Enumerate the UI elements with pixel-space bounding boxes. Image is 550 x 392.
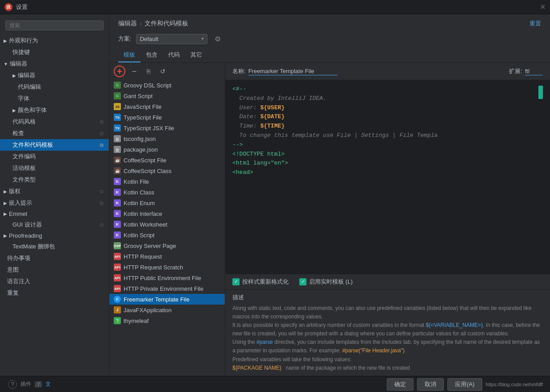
code-line: Date: ${DATE} [232, 112, 534, 122]
list-item[interactable]: JS JavaScript File [109, 101, 225, 112]
reset-template-button[interactable]: ↺ [157, 66, 168, 77]
code-line: <head> [232, 168, 534, 177]
scheme-select-wrapper: Default [136, 34, 207, 44]
code-editor[interactable]: <#-- Created by IntelliJ IDEA. User: ${U… [225, 80, 550, 274]
sidebar-item-emmet[interactable]: ▶ Emmet [0, 209, 109, 219]
sidebar-item-colors-fonts[interactable]: ▶ 颜色和字体 [0, 104, 109, 116]
sidebar-item-file-templates[interactable]: 文件和代码模板 ⧉ [0, 139, 109, 151]
copy-template-button[interactable]: ⎘ [143, 66, 154, 77]
sidebar-item-gui-designer[interactable]: GUI 设计器 ⧉ [0, 219, 109, 231]
sidebar-item-font[interactable]: 字体 [0, 93, 109, 104]
item-label: HTTP Private Environment File [124, 285, 203, 292]
list-item[interactable]: K Kotlin Class [109, 187, 225, 198]
list-item[interactable]: API HTTP Private Environment File [109, 283, 225, 294]
sidebar-item-inlay-hints[interactable]: ▶ 嵌入提示 ⧉ [0, 197, 109, 209]
sidebar-item-copyright[interactable]: ▶ 版权 ⧉ [0, 186, 109, 197]
sidebar-item-label: 文件和代码模板 [12, 141, 53, 149]
template-area: + − ⎘ ↺ G Groovy DSL Script G Gant Scrip… [109, 63, 550, 376]
sidebar-item-appearance[interactable]: ▶ 外观和行为 [0, 35, 109, 46]
plugin-lang: 文 [45, 380, 51, 388]
apply-button[interactable]: 应用(A) [447, 378, 482, 391]
checkbox-reformat[interactable]: ✓ 按样式重新格式化 [232, 278, 289, 286]
close-button[interactable]: ✕ [540, 3, 546, 11]
list-item[interactable]: API HTTP Public Environment File [109, 272, 225, 283]
reset-button[interactable]: 重置 [529, 20, 541, 28]
name-value[interactable]: Freemarker Template File [248, 68, 338, 75]
sidebar-item-code-style[interactable]: 代码风格 ⧉ [0, 116, 109, 128]
sidebar-item-live-templates[interactable]: 活动模板 [0, 162, 109, 174]
code-content: <#-- Created by IntelliJ IDEA. User: ${U… [232, 85, 538, 270]
help-button[interactable]: ? [8, 380, 17, 389]
checkbox-live-template[interactable]: ✓ 启用实时模板 (L) [299, 278, 353, 286]
file-icon: G [114, 82, 121, 89]
sidebar-item-label: 文件编码 [12, 153, 36, 161]
scheme-select[interactable]: Default [136, 34, 207, 44]
list-item[interactable]: GSP Groovy Server Page [109, 240, 225, 251]
tab-includes[interactable]: 包含 [141, 48, 163, 62]
list-item[interactable]: ☕ CoffeeScript Class [109, 165, 225, 176]
sidebar-item-proofreading[interactable]: ▶ Proofreading [0, 231, 109, 241]
tab-templates[interactable]: 模板 [118, 48, 141, 62]
item-label: Groovy Server Page [124, 243, 176, 249]
list-item[interactable]: K Kotlin File [109, 176, 225, 187]
sidebar-item-lang-inject[interactable]: 语言注入 [0, 276, 109, 287]
scrollbar-right[interactable] [538, 85, 543, 270]
list-item[interactable]: 🍃 thymeleaf [109, 315, 225, 326]
gear-button[interactable]: ⚙ [212, 33, 223, 45]
template-list-panel: + − ⎘ ↺ G Groovy DSL Script G Gant Scrip… [109, 63, 225, 376]
list-item[interactable]: J JavaFXApplication [109, 305, 225, 315]
list-item[interactable]: K Kotlin Enum [109, 198, 225, 208]
sidebar-item-file-encodings[interactable]: 文件编码 [0, 151, 109, 162]
sidebar-item-editor-group[interactable]: ▼ 编辑器 [0, 58, 109, 70]
sidebar-item-code-editor[interactable]: 代码编辑 [0, 81, 109, 93]
add-template-button[interactable]: + [114, 66, 125, 77]
file-icon: TS [114, 114, 121, 121]
list-item[interactable]: G Gant Script [109, 91, 225, 101]
sidebar-item-textmate[interactable]: TextMate 捆绑包 [0, 241, 109, 252]
list-item[interactable]: TX TypeScript JSX File [109, 123, 225, 133]
plugin-label: 插件 [21, 380, 31, 388]
tab-code[interactable]: 代码 [163, 48, 185, 62]
desc-para2: It is also possible to specify an arbitr… [232, 321, 543, 338]
desc-title: 描述 [232, 293, 543, 301]
sidebar-item-map[interactable]: 意图 [0, 264, 109, 276]
list-item[interactable]: K Kotlin Worksheet [109, 219, 225, 230]
sidebar-item-inspections[interactable]: 检查 ⧉ [0, 128, 109, 139]
expand-arrow: ▶ [12, 73, 16, 78]
search-input[interactable] [5, 21, 103, 30]
item-label: Kotlin Enum [124, 200, 155, 206]
list-item[interactable]: ☕ CoffeeScript File [109, 155, 225, 165]
list-item-active[interactable]: F Freemarker Template File [109, 294, 225, 305]
sidebar-item-repeat[interactable]: 重复 [0, 287, 109, 299]
tabs-row: 模板 包含 代码 其它 [109, 48, 550, 63]
sidebar-item-todo[interactable]: 待办事项 [0, 252, 109, 264]
ok-button[interactable]: 确定 [387, 378, 414, 391]
copy-icon: ⧉ [100, 131, 103, 136]
file-icon: 🍃 [114, 317, 121, 324]
item-label: Kotlin Class [124, 189, 154, 196]
sidebar-item-file-types[interactable]: 文件类型 [0, 174, 109, 186]
ext-value[interactable]: ftl [525, 68, 543, 75]
list-item[interactable]: API HTTP Request [109, 251, 225, 262]
sidebar-item-editor[interactable]: ▶ 编辑器 [0, 70, 109, 81]
item-label: Kotlin Interface [124, 210, 162, 217]
sidebar-item-label: 语言注入 [7, 277, 30, 285]
list-item[interactable]: {} package.json [109, 144, 225, 155]
list-item[interactable]: G Groovy DSL Script [109, 80, 225, 91]
app-icon: 设 [4, 3, 12, 11]
remove-template-button[interactable]: − [129, 66, 140, 77]
sidebar-item-label: 外观和行为 [9, 37, 38, 45]
cancel-button[interactable]: 取消 [417, 378, 444, 391]
list-item[interactable]: {} tsconfig.json [109, 133, 225, 144]
list-item[interactable]: TS TypeScript File [109, 112, 225, 123]
list-item[interactable]: K Kotlin Script [109, 230, 225, 240]
sidebar-item-shortcuts[interactable]: 快捷键 [0, 46, 109, 58]
list-item[interactable]: K Kotlin Interface [109, 208, 225, 219]
file-icon: {} [114, 146, 121, 153]
file-icon: K [114, 178, 121, 185]
copy-icon: ⧉ [100, 119, 103, 125]
copy-icon: ⧉ [100, 200, 103, 206]
list-item[interactable]: API HTTP Request Scratch [109, 262, 225, 272]
template-toolbar: + − ⎘ ↺ [109, 63, 225, 80]
tab-other[interactable]: 其它 [185, 48, 207, 62]
